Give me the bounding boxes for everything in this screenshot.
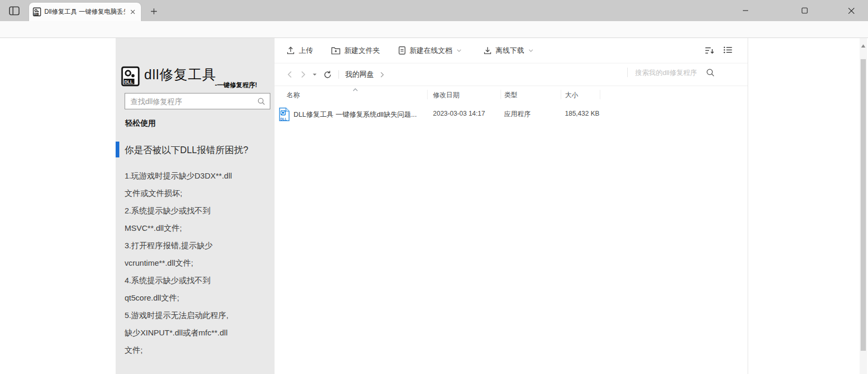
title-bar: DLL Dll修复工具 一键修复电脑丢失DLL报 [0, 0, 868, 21]
sidebar-heading: 你是否被以下DLL报错所困扰? [125, 144, 248, 156]
new-folder-button[interactable]: 新建文件夹 [331, 46, 380, 55]
file-size: 185,432 KB [565, 110, 599, 117]
close-icon [848, 7, 855, 14]
breadcrumb-chevron-icon[interactable] [380, 72, 384, 78]
svg-text:DLL: DLL [124, 79, 133, 85]
list-line: MSVC**.dll文件; [125, 219, 267, 237]
minimize-button[interactable] [733, 0, 758, 21]
file-type: 应用程序 [504, 110, 531, 119]
offline-download-button[interactable]: 离线下载 [483, 46, 537, 55]
upload-label: 上传 [299, 46, 313, 55]
close-window-button[interactable] [838, 0, 864, 21]
new-tab-button[interactable] [148, 5, 159, 17]
breadcrumb-my-drive[interactable]: 我的网盘 [345, 70, 374, 79]
list-line: 文件或文件损坏; [125, 184, 267, 202]
refresh-list-icon[interactable] [323, 70, 332, 79]
column-separator [600, 90, 600, 99]
file-modified-date: 2023-03-03 14:17 [433, 110, 485, 117]
minimize-icon [742, 7, 749, 14]
maximize-button[interactable] [792, 0, 817, 21]
scrollbar-up-arrow[interactable] [861, 44, 865, 48]
plus-icon [150, 8, 157, 15]
column-header-type[interactable]: 类型 [504, 91, 517, 100]
list-line: 3.打开程序报错,提示缺少 [125, 237, 267, 254]
tab-actions-icon [9, 6, 20, 15]
search-icon [257, 97, 266, 106]
list-view-icon[interactable] [723, 46, 733, 55]
site-logo-subtitle: -一键修复程序! [215, 81, 257, 90]
site-logo-title: dll修复工具 [144, 66, 216, 84]
scrollbar-thumb[interactable] [861, 59, 866, 351]
upload-button[interactable]: 上传 [286, 46, 313, 55]
svg-text:DLL: DLL [280, 117, 287, 121]
sort-ascending-icon[interactable] [353, 88, 358, 91]
drive-search-input[interactable] [635, 69, 703, 77]
page-scrollbar[interactable] [860, 38, 867, 374]
accent-bar [116, 142, 119, 157]
sidebar-search-box [125, 93, 270, 109]
new-doc-label: 新建在线文档 [410, 46, 452, 55]
search-icon[interactable] [706, 68, 715, 77]
upload-icon [286, 46, 299, 55]
breadcrumb-divider [338, 70, 339, 79]
list-line: 5.游戏时提示无法启动此程序, [125, 306, 267, 324]
offline-download-icon [483, 46, 496, 55]
drive-panel: 上传 新建文件夹 新建在线文档 [275, 38, 748, 374]
document-icon [398, 46, 410, 55]
column-header-name[interactable]: 名称 [287, 91, 300, 100]
tab-actions-button[interactable] [7, 5, 22, 17]
list-line: vcruntime**.dll文件; [125, 254, 267, 272]
list-line: 1.玩游戏时提示缺少D3DX**.dll [125, 167, 267, 184]
browser-window: DLL Dll修复工具 一键修复电脑丢失DLL报 [0, 0, 868, 374]
list-line: 2.系统提示缺少或找不到 [125, 202, 267, 219]
drive-action-bar: 上传 新建文件夹 新建在线文档 [275, 38, 748, 63]
offline-download-label: 离线下载 [496, 46, 524, 55]
sidebar: DLL dll修复工具 -一键修复程序! 轻松使用 你是否被以下DLL报错所困扰… [116, 38, 275, 374]
list-line: 4.系统提示缺少或找不到 [125, 272, 267, 289]
new-folder-label: 新建文件夹 [344, 46, 380, 55]
file-table-header: 名称 修改日期 类型 大小 [275, 86, 748, 104]
file-name[interactable]: DLL修复工具 一键修复系统dll缺失问题... [294, 110, 417, 119]
section-title: 轻松使用 [125, 118, 156, 128]
chevron-down-icon[interactable] [457, 49, 465, 52]
list-line: 文件; [125, 341, 267, 359]
tab-title: Dll修复工具 一键修复电脑丢失DLL报 [44, 7, 125, 16]
column-separator [561, 90, 561, 99]
file-row[interactable]: DLL DLL修复工具 一键修复系统dll缺失问题... 2023-03-03 … [275, 104, 748, 126]
nav-back-icon[interactable] [287, 71, 292, 78]
dll-error-list: 1.玩游戏时提示缺少D3DX**.dll 文件或文件损坏; 2.系统提示缺少或找… [125, 167, 267, 359]
dll-file-icon: DLL [279, 107, 290, 121]
favicon-dll-icon: DLL [33, 7, 41, 16]
column-separator [501, 90, 501, 99]
browser-tab[interactable]: DLL Dll修复工具 一键修复电脑丢失DLL报 [29, 3, 141, 21]
history-dropdown-icon[interactable] [313, 73, 317, 76]
search-divider [627, 68, 628, 77]
nav-forward-icon[interactable] [301, 71, 306, 78]
chevron-down-icon[interactable] [529, 49, 537, 52]
maximize-icon [801, 7, 808, 14]
page-content: DLL dll修复工具 -一键修复程序! 轻松使用 你是否被以下DLL报错所困扰… [0, 38, 868, 374]
column-header-size[interactable]: 大小 [565, 91, 578, 100]
folder-plus-icon [331, 46, 344, 55]
sidebar-search-input[interactable] [125, 94, 270, 109]
column-header-modified[interactable]: 修改日期 [433, 91, 459, 100]
svg-text:DLL: DLL [34, 13, 39, 15]
new-doc-button[interactable]: 新建在线文档 [398, 46, 465, 55]
list-line: qt5core.dll文件; [125, 289, 267, 306]
list-line: 缺少XINPUT*.dll或者mfc**.dll [125, 324, 267, 341]
column-separator [427, 90, 428, 99]
browser-toolbar: www.dll修复程序.site A [0, 21, 868, 38]
site-logo-icon: DLL [121, 66, 140, 87]
drive-search-box [627, 68, 715, 77]
sort-order-icon[interactable] [704, 46, 715, 55]
tab-close-icon[interactable] [128, 7, 137, 16]
